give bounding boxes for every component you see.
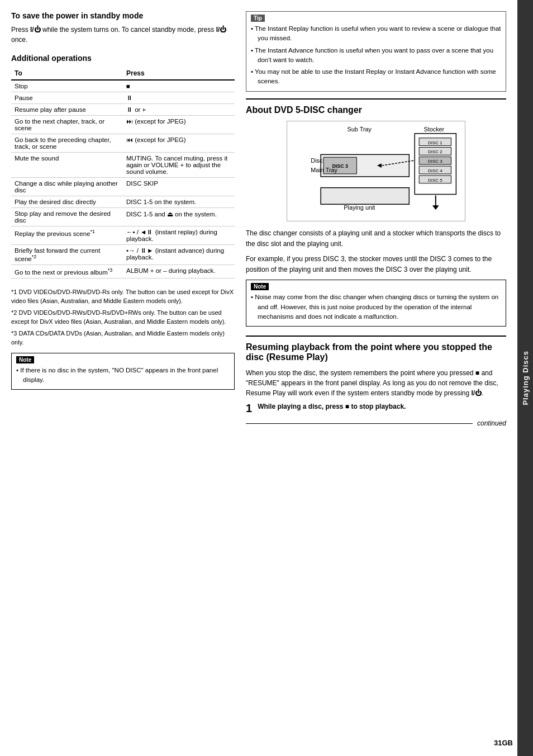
tip-label: Tip — [251, 15, 265, 22]
tip-list: The Instant Replay function is useful wh… — [251, 24, 501, 87]
sidebar: Playing Discs — [517, 0, 533, 756]
row-to: Briefly fast forward the current scene*2 — [11, 245, 123, 265]
row-press: ■ — [123, 80, 235, 92]
row-to: Replay the previous scene*1 — [11, 226, 123, 245]
standby-body: Press I/⏻ while the system turns on. To … — [11, 25, 235, 45]
note-label-left: Note — [16, 356, 34, 363]
table-row: Pause ⏸ — [11, 92, 235, 104]
page-number: 31GB — [494, 739, 513, 747]
table-row: Change a disc while playing another disc… — [11, 178, 235, 196]
note-list-left: If there is no disc in the system, "NO D… — [16, 366, 230, 385]
note-item-disc: Noise may come from the disc changer whe… — [251, 292, 501, 322]
main-content: To save the power in standby mode Press … — [0, 0, 517, 756]
step-1: 1 While playing a disc, press ■ to stop … — [246, 401, 506, 415]
svg-text:DISC 5: DISC 5 — [428, 177, 442, 182]
row-press: MUTING. To cancel muting, press it again… — [123, 153, 235, 178]
step-1-text: While playing a disc, press ■ to stop pl… — [258, 401, 406, 412]
continued-line: continued — [246, 419, 506, 427]
row-press: •→ / ⏸► (instant advance) during playbac… — [123, 245, 235, 265]
table-row: Stop ■ — [11, 80, 235, 92]
step-number-1: 1 — [246, 401, 252, 415]
sidebar-label: Playing Discs — [521, 351, 530, 405]
svg-text:Playing unit: Playing unit — [344, 204, 375, 211]
svg-text:DISC 4: DISC 4 — [428, 168, 442, 173]
standby-section: To save the power in standby mode Press … — [11, 11, 235, 45]
row-to: Mute the sound — [11, 153, 123, 178]
svg-text:Sub Tray: Sub Tray — [348, 125, 372, 132]
additional-ops-title: Additional operations — [11, 54, 235, 63]
disc-svg: Sub Tray Stocker DISC 1 DISC 2 DISC 3 — [287, 121, 465, 221]
svg-text:DISC 1: DISC 1 — [428, 140, 442, 145]
row-to: Stop — [11, 80, 123, 92]
table-row: Stop play and remove the desired disc DI… — [11, 208, 235, 226]
col-press: Press — [123, 67, 235, 80]
table-row: Go to the next or previous album*3 ALBUM… — [11, 264, 235, 278]
table-row: Replay the previous scene*1 ←• / ◄⏸ (ins… — [11, 226, 235, 245]
row-press: ←• / ◄⏸ (instant replay) during playback… — [123, 226, 235, 245]
table-row: Resume play after pause ⏸ or ▷ — [11, 104, 235, 116]
table-row: Go back to the preceding chapter, track,… — [11, 134, 235, 153]
tip-item-3: You may not be able to use the Instant R… — [251, 67, 501, 87]
section-divider — [246, 98, 506, 100]
tip-item-1: The Instant Replay function is useful wh… — [251, 24, 501, 44]
row-to: Resume play after pause — [11, 104, 123, 116]
continued-text: continued — [477, 419, 506, 427]
table-row: Mute the sound MUTING. To cancel muting,… — [11, 153, 235, 178]
row-press: ⏮ (except for JPEG) — [123, 134, 235, 153]
right-column: Tip The Instant Replay function is usefu… — [246, 11, 517, 745]
row-press: ⏸ — [123, 92, 235, 104]
svg-rect-24 — [321, 187, 409, 204]
row-press: ⏭ (except for JPEG) — [123, 116, 235, 134]
standby-title: To save the power in standby mode — [11, 11, 235, 20]
tip-box: Tip The Instant Replay function is usefu… — [246, 11, 506, 92]
footnotes-section: *1 DVD VIDEOs/DVD-RWs/DVD-Rs only. The b… — [11, 287, 235, 347]
footnote-2: *2 DVD VIDEOs/DVD-RWs/DVD-Rs/DVD+RWs onl… — [11, 308, 235, 327]
row-to: Stop play and remove the desired disc — [11, 208, 123, 226]
about-disc-section: About DVD 5-DISC changer Sub Tray Stocke… — [246, 98, 506, 327]
page-container: To save the power in standby mode Press … — [0, 0, 533, 756]
row-to: Go to the next or previous album*3 — [11, 264, 123, 278]
resume-title: Resuming playback from the point where y… — [246, 342, 506, 362]
row-to: Go back to the preceding chapter, track,… — [11, 134, 123, 153]
table-row: Briefly fast forward the current scene*2… — [11, 245, 235, 265]
note-list-right: Noise may come from the disc changer whe… — [251, 292, 501, 322]
additional-ops-section: Additional operations To Press Stop ■ — [11, 54, 235, 278]
about-disc-title: About DVD 5-DISC changer — [246, 105, 506, 115]
resume-section: Resuming playback from the point where y… — [246, 336, 506, 427]
row-press: ⏸ or ▷ — [123, 104, 235, 116]
row-to: Change a disc while playing another disc — [11, 178, 123, 196]
svg-text:Main Tray: Main Tray — [311, 166, 337, 173]
operations-table: To Press Stop ■ Pause ⏸ — [11, 67, 235, 278]
svg-text:Disc: Disc — [311, 157, 323, 164]
table-row: Go to the next chapter, track, or scene … — [11, 116, 235, 134]
disc-diagram: Sub Tray Stocker DISC 1 DISC 2 DISC 3 — [287, 121, 465, 221]
row-press: DISC SKIP — [123, 178, 235, 196]
row-to: Go to the next chapter, track, or scene — [11, 116, 123, 134]
svg-text:DISC 2: DISC 2 — [428, 149, 442, 154]
footnote-1: *1 DVD VIDEOs/DVD-RWs/DVD-Rs only. The b… — [11, 287, 235, 306]
row-to: Pause — [11, 92, 123, 104]
left-column: To save the power in standby mode Press … — [11, 11, 246, 745]
row-press: DISC 1-5 and ⏏ on the system. — [123, 208, 235, 226]
col-to: To — [11, 67, 123, 80]
resume-body: When you stop the disc, the system remem… — [246, 368, 506, 398]
svg-text:Stocker: Stocker — [423, 125, 444, 132]
note-box-right: Note Noise may come from the disc change… — [246, 280, 506, 327]
row-to: Play the desired disc directly — [11, 196, 123, 208]
row-press: DISC 1-5 on the system. — [123, 196, 235, 208]
disc-description-2: For example, if you press DISC 3, the st… — [246, 254, 506, 275]
resume-divider — [246, 336, 506, 337]
note-label-right: Note — [251, 283, 269, 290]
svg-text:DISC 3: DISC 3 — [428, 159, 442, 164]
tip-item-2: The Instant Advance function is useful w… — [251, 46, 501, 65]
note-item: If there is no disc in the system, "NO D… — [16, 366, 230, 385]
note-box-left: Note If there is no disc in the system, … — [11, 353, 235, 390]
footnote-3: *3 DATA CDs/DATA DVDs (Asian, Australian… — [11, 329, 235, 347]
row-press: ALBUM + or – during playback. — [123, 264, 235, 278]
disc-description-1: The disc changer consists of a playing u… — [246, 228, 506, 249]
table-row: Play the desired disc directly DISC 1-5 … — [11, 196, 235, 208]
